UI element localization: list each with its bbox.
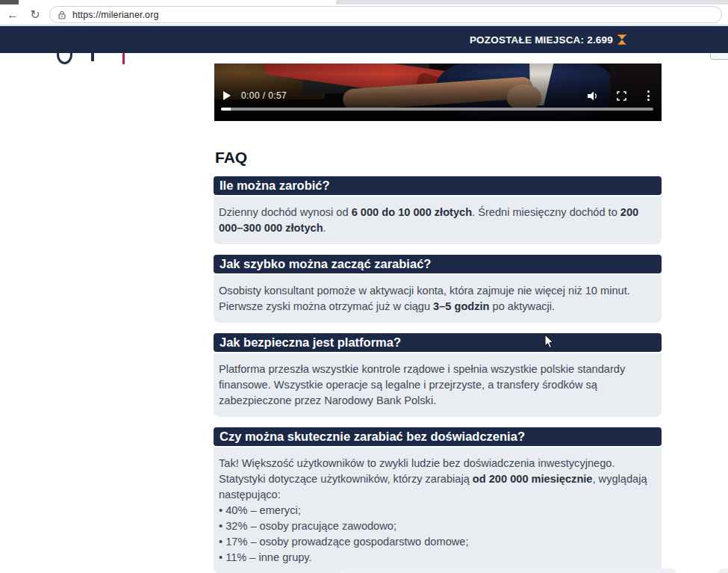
faq-question: Czy można skutecznie zarabiać bez doświa… xyxy=(214,427,662,446)
browser-window: ← ↻ https://milerianer.org POZOSTAŁE MIE… xyxy=(0,0,728,573)
remaining-spots-banner: POZOSTAŁE MIEJSCA: 2.699 xyxy=(0,26,728,53)
faq-section: FAQ Ile można zarobić? Dzienny dochód wy… xyxy=(214,149,662,573)
faq-item: Jak bezpieczna jest platforma? Platforma… xyxy=(214,333,662,417)
volume-icon[interactable] xyxy=(588,91,599,101)
video-seek-bar[interactable] xyxy=(221,108,653,111)
faq-item: Ile można zarobić? Dzienny dochód wynosi… xyxy=(214,176,662,244)
reload-button[interactable]: ↻ xyxy=(25,6,45,24)
faq-bullet: • 11% – inne grupy. xyxy=(219,550,654,566)
hourglass-icon xyxy=(618,34,626,45)
faq-item: Czy można skutecznie zarabiać bez doświa… xyxy=(214,427,662,573)
faq-bullet: • 17% – osoby prowadzące gospodarstwo do… xyxy=(219,534,654,550)
url-text: https://milerianer.org xyxy=(72,10,158,20)
mouse-cursor xyxy=(544,335,555,350)
video-player[interactable]: 0:00 / 0:57 xyxy=(214,64,662,121)
remaining-spots-label: POZOSTAŁE MIEJSCA: 2.699 xyxy=(470,34,613,46)
faq-question: Jak bezpieczna jest platforma? xyxy=(214,333,662,352)
play-button[interactable] xyxy=(223,91,231,100)
video-menu-icon[interactable] xyxy=(644,90,653,102)
next-section-peek xyxy=(718,569,728,573)
faq-answer: Osobisty konsultant pomoże w aktywacji k… xyxy=(214,275,662,323)
faq-answer-paragraph: Tak! Większość użytkowników to zwykli lu… xyxy=(219,456,654,503)
faq-question: Ile można zarobić? xyxy=(214,176,662,195)
site-info-lock-icon[interactable] xyxy=(57,10,66,19)
browser-toolbar: ← ↻ https://milerianer.org xyxy=(0,4,728,25)
video-time-display: 0:00 / 0:57 xyxy=(241,90,287,101)
faq-answer: Tak! Większość użytkowników to zwykli lu… xyxy=(214,447,662,573)
faq-item: Jak szybko można zacząć zarabiać? Osobis… xyxy=(214,255,662,323)
faq-question: Jak szybko można zacząć zarabiać? xyxy=(214,255,662,273)
video-controls: 0:00 / 0:57 xyxy=(214,87,662,104)
faq-answer: Platforma przeszła wszystkie kontrole rz… xyxy=(214,353,662,417)
video-progress-played xyxy=(221,108,231,111)
fullscreen-icon[interactable] xyxy=(617,91,626,101)
faq-answer: Dzienny dochód wynosi od 6 000 do 10 000… xyxy=(214,196,662,244)
faq-bullet: • 32% – osoby pracujące zawodowo; xyxy=(219,518,654,534)
faq-title: FAQ xyxy=(215,149,662,167)
address-bar[interactable]: https://milerianer.org xyxy=(49,6,722,23)
faq-bullet: • 40% – emeryci; xyxy=(219,503,654,518)
back-button[interactable]: ← xyxy=(3,6,22,24)
next-section-peek xyxy=(340,569,676,573)
